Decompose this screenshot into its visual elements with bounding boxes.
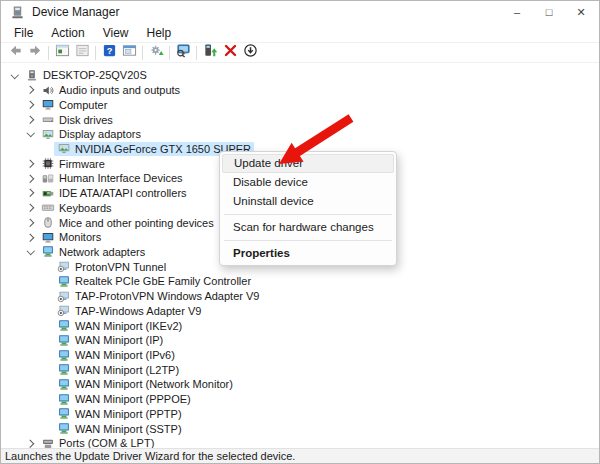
context-menu-item-scan-for-hardware-changes[interactable]: Scan for hardware changes (222, 218, 394, 237)
chevron-placeholder (39, 260, 54, 274)
disable-device-button[interactable] (240, 44, 260, 62)
display-adapter-icon (57, 142, 71, 155)
chevron-down-icon[interactable] (7, 68, 22, 82)
tree-item-content: WAN Miniport (IPv6) (54, 348, 178, 362)
context-menu-item-uninstall-device[interactable]: Uninstall device (222, 192, 394, 211)
tree-item-label: DESKTOP-25QV20S (43, 69, 147, 81)
toolbar-separator (142, 46, 143, 60)
forward-button[interactable] (25, 44, 45, 62)
tree-item-label: WAN Miniport (PPPOE) (75, 393, 191, 405)
tree-item-label: WAN Miniport (PPTP) (75, 408, 182, 420)
tree-item-wan-miniport-ipv6-[interactable]: WAN Miniport (IPv6) (1, 348, 599, 363)
context-menu-item-disable-device[interactable]: Disable device (222, 173, 394, 192)
minimize-button[interactable]: – (501, 1, 533, 23)
disable-device-icon (243, 43, 258, 62)
export-list-button[interactable] (72, 44, 92, 62)
disk-icon (41, 113, 55, 126)
tree-item-realtek-pcie-gbe-family-controller[interactable]: Realtek PCIe GbE Family Controller (1, 274, 599, 289)
tree-item-audio-inputs-and-outputs[interactable]: Audio inputs and outputs (1, 83, 599, 98)
menu-bar: FileActionViewHelp (1, 23, 599, 43)
tree-item-wan-miniport-sstp-[interactable]: WAN Miniport (SSTP) (1, 421, 599, 436)
network-icon (57, 319, 71, 332)
chevron-down-icon[interactable] (23, 245, 38, 259)
tree-item-wan-miniport-ikev2-[interactable]: WAN Miniport (IKEv2) (1, 318, 599, 333)
toolbar-separator (169, 46, 170, 60)
chevron-right-icon[interactable] (23, 216, 38, 230)
tree-item-desktop-25qv20s[interactable]: DESKTOP-25QV20S (1, 68, 599, 83)
tree-item-content: Keyboards (38, 201, 115, 215)
tree-item-label: Keyboards (59, 202, 112, 214)
menu-view[interactable]: View (94, 24, 138, 42)
toolbar-separator (196, 46, 197, 60)
menu-file[interactable]: File (5, 24, 42, 42)
menu-help[interactable]: Help (138, 24, 181, 42)
chevron-right-icon[interactable] (23, 83, 38, 97)
network-legacy-icon (57, 260, 71, 273)
help-button[interactable]: ? (99, 44, 119, 62)
network-icon (57, 422, 71, 435)
chevron-right-icon[interactable] (23, 186, 38, 200)
tree-item-content: TAP-ProtonVPN Windows Adapter V9 (54, 289, 262, 303)
network-icon (57, 378, 71, 391)
display-adapter-icon (41, 128, 55, 141)
chevron-right-icon[interactable] (23, 201, 38, 215)
chevron-placeholder (39, 274, 54, 288)
chevron-right-icon[interactable] (23, 113, 38, 127)
menu-action[interactable]: Action (42, 24, 93, 42)
tree-item-label: WAN Miniport (SSTP) (75, 423, 182, 435)
toolbar-separator (95, 46, 96, 60)
update-driver-settings-button[interactable] (146, 44, 166, 62)
chevron-down-icon[interactable] (23, 127, 38, 141)
tree-item-content: WAN Miniport (PPTP) (54, 407, 185, 421)
window-controls: – □ ✕ (501, 1, 597, 23)
chevron-placeholder (39, 289, 54, 303)
keyboard-icon (41, 201, 55, 214)
tree-item-tap-protonvpn-windows-adapter-v9[interactable]: TAP-ProtonVPN Windows Adapter V9 (1, 289, 599, 304)
network-icon (57, 407, 71, 420)
tree-item-display-adaptors[interactable]: Display adaptors (1, 127, 599, 142)
back-button[interactable] (5, 44, 25, 62)
context-menu-separator (224, 240, 392, 241)
chevron-right-icon[interactable] (23, 98, 38, 112)
tree-item-wan-miniport-pptp-[interactable]: WAN Miniport (PPTP) (1, 407, 599, 422)
uninstall-device-button[interactable] (220, 44, 240, 62)
tree-item-content: WAN Miniport (Network Monitor) (54, 377, 236, 391)
svg-text:?: ? (106, 46, 112, 56)
chevron-placeholder (39, 377, 54, 391)
tree-item-content: Display adaptors (38, 127, 144, 141)
network-legacy-icon (57, 290, 71, 303)
chevron-right-icon[interactable] (23, 230, 38, 244)
tree-item-computer[interactable]: Computer (1, 97, 599, 112)
tree-item-label: WAN Miniport (IKEv2) (75, 320, 182, 332)
tree-item-wan-miniport-pppoe-[interactable]: WAN Miniport (PPPOE) (1, 392, 599, 407)
tree-item-label: WAN Miniport (Network Monitor) (75, 378, 233, 390)
scan-for-hardware-changes-button[interactable] (173, 44, 193, 62)
tree-item-wan-miniport-network-monitor-[interactable]: WAN Miniport (Network Monitor) (1, 377, 599, 392)
tree-item-content: Computer (38, 98, 110, 112)
chevron-right-icon[interactable] (23, 157, 38, 171)
chevron-placeholder (39, 392, 54, 406)
mouse-icon (41, 216, 55, 229)
tree-item-disk-drives[interactable]: Disk drives (1, 112, 599, 127)
tree-item-content: WAN Miniport (IP) (54, 333, 166, 347)
update-device-driver-button[interactable] (200, 44, 220, 62)
network-icon (57, 334, 71, 347)
update-device-icon (203, 43, 218, 62)
tree-item-content: WAN Miniport (IKEv2) (54, 319, 185, 333)
export-list-icon (75, 43, 90, 62)
show-console-tree-button[interactable] (52, 44, 72, 62)
tree-item-tap-windows-adapter-v9[interactable]: TAP-Windows Adapter V9 (1, 304, 599, 319)
tree-item-label: Display adaptors (59, 128, 141, 140)
context-menu-item-properties[interactable]: Properties (222, 244, 394, 263)
properties-window-button[interactable] (119, 44, 139, 62)
tree-item-wan-miniport-l2tp-[interactable]: WAN Miniport (L2TP) (1, 362, 599, 377)
context-menu-item-update-driver[interactable]: Update driver (222, 154, 394, 173)
tree-item-label: Human Interface Devices (59, 172, 183, 184)
maximize-button[interactable]: □ (533, 1, 565, 23)
tree-item-content: Disk drives (38, 113, 116, 127)
toolbar-separator (48, 46, 49, 60)
chevron-right-icon[interactable] (23, 171, 38, 185)
device-manager-icon (10, 5, 25, 20)
tree-item-wan-miniport-ip-[interactable]: WAN Miniport (IP) (1, 333, 599, 348)
close-button[interactable]: ✕ (565, 1, 597, 23)
